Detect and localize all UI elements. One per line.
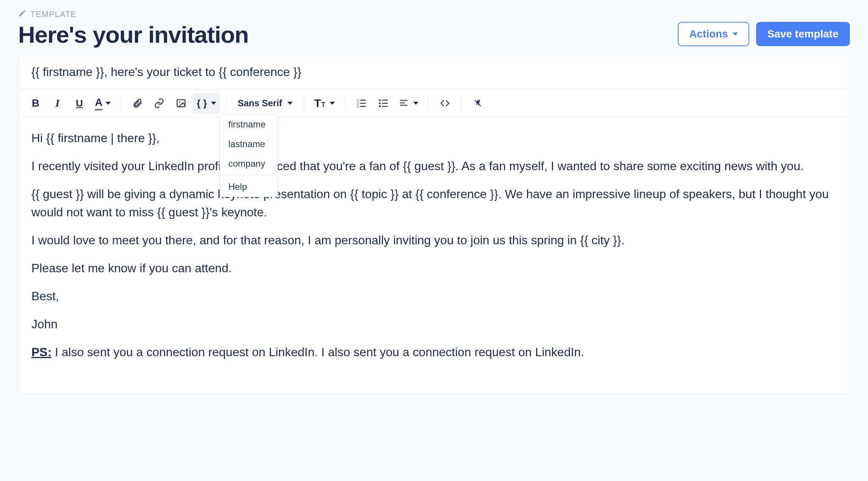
text-color-button[interactable]: A xyxy=(91,93,115,113)
font-family-select[interactable]: Sans Serif xyxy=(232,95,298,112)
dropdown-divider xyxy=(220,175,277,175)
body-greeting: Hi {{ firstname | there }}, xyxy=(31,129,837,147)
clear-format-icon xyxy=(473,98,483,109)
header-buttons: Actions Save template xyxy=(678,22,850,46)
page-title: Here's your invitation xyxy=(18,21,678,48)
chevron-down-icon xyxy=(330,102,335,105)
svg-text:3: 3 xyxy=(357,105,359,109)
save-template-label: Save template xyxy=(767,28,839,40)
image-icon xyxy=(176,98,186,109)
underline-icon: U xyxy=(76,98,83,109)
body-paragraph: Please let me know if you can attend. xyxy=(31,259,837,277)
toolbar-divider xyxy=(428,96,429,110)
align-icon xyxy=(399,98,409,108)
font-family-label: Sans Serif xyxy=(238,98,282,109)
image-button[interactable] xyxy=(171,93,191,113)
svg-rect-16 xyxy=(400,105,408,106)
align-button[interactable] xyxy=(395,95,422,111)
chevron-down-icon xyxy=(733,33,738,36)
toolbar-divider xyxy=(461,96,462,110)
braces-icon: { } xyxy=(197,98,207,109)
toolbar-divider xyxy=(226,96,226,110)
pencil-icon xyxy=(18,9,26,20)
subject-input[interactable]: {{ firstname }}, here's your ticket to {… xyxy=(19,55,849,89)
attachment-button[interactable] xyxy=(127,93,147,113)
italic-button[interactable]: I xyxy=(47,93,68,113)
text-size-icon: TT xyxy=(314,97,325,110)
placeholder-help[interactable]: Help xyxy=(220,177,277,197)
svg-rect-3 xyxy=(360,100,366,101)
svg-rect-5 xyxy=(360,103,366,104)
editor-body[interactable]: Hi {{ firstname | there }}, I recently v… xyxy=(19,118,849,394)
text-size-button[interactable]: TT xyxy=(310,94,339,113)
editor-toolbar: B I U A { } Sans Serif T xyxy=(19,89,849,118)
underline-button[interactable]: U xyxy=(69,93,90,113)
placeholder-dropdown: firstname lastname company Help xyxy=(220,114,278,197)
text-color-icon: A xyxy=(95,96,102,110)
insert-placeholder-button[interactable]: { } xyxy=(193,93,220,113)
actions-button-label: Actions xyxy=(689,28,728,40)
placeholder-option-firstname[interactable]: firstname xyxy=(220,115,277,134)
svg-rect-15 xyxy=(400,102,405,103)
body-paragraph: {{ guest }} will be giving a dynamic key… xyxy=(31,185,837,221)
paperclip-icon xyxy=(132,98,143,109)
svg-rect-14 xyxy=(400,100,408,101)
toolbar-divider xyxy=(345,96,345,110)
bold-button[interactable]: B xyxy=(25,93,46,113)
body-sender-name: John xyxy=(31,315,837,333)
svg-rect-9 xyxy=(382,100,388,101)
placeholder-option-lastname[interactable]: lastname xyxy=(220,134,277,154)
svg-point-8 xyxy=(379,99,381,101)
svg-point-12 xyxy=(379,106,381,107)
editor-card: {{ firstname }}, here's your ticket to {… xyxy=(18,55,850,394)
unordered-list-button[interactable] xyxy=(373,93,394,113)
chevron-down-icon xyxy=(413,102,418,105)
svg-point-1 xyxy=(179,101,180,103)
svg-point-10 xyxy=(379,102,381,104)
page-header: TEMPLATE Here's your invitation Actions … xyxy=(18,9,850,48)
unordered-list-icon xyxy=(378,98,389,109)
link-button[interactable] xyxy=(149,93,169,113)
ordered-list-button[interactable]: 123 xyxy=(351,93,372,113)
svg-rect-13 xyxy=(382,106,388,107)
body-paragraph: I would love to meet you there, and for … xyxy=(31,231,837,249)
chevron-down-icon xyxy=(211,102,216,105)
body-ps: PS: I also sent you a connection request… xyxy=(31,343,837,361)
bold-icon: B xyxy=(32,97,39,109)
breadcrumb: TEMPLATE xyxy=(18,9,678,20)
clear-formatting-button[interactable] xyxy=(468,93,488,113)
chevron-down-icon xyxy=(105,102,111,105)
ps-text: I also sent you a connection request on … xyxy=(51,345,584,359)
code-button[interactable] xyxy=(435,93,455,113)
subject-text: {{ firstname }}, here's your ticket to {… xyxy=(31,65,301,79)
toolbar-divider xyxy=(121,96,121,110)
toolbar-divider xyxy=(304,96,304,110)
breadcrumb-label: TEMPLATE xyxy=(30,9,77,19)
code-icon xyxy=(440,98,450,109)
actions-button[interactable]: Actions xyxy=(678,22,749,46)
svg-rect-11 xyxy=(382,103,388,104)
italic-icon: I xyxy=(56,97,60,109)
chevron-down-icon xyxy=(287,102,293,105)
body-signoff: Best, xyxy=(31,287,837,305)
ps-label: PS: xyxy=(31,345,51,359)
save-template-button[interactable]: Save template xyxy=(756,22,850,46)
body-paragraph: I recently visited your LinkedIn profile… xyxy=(31,157,837,175)
placeholder-option-company[interactable]: company xyxy=(220,154,277,174)
ordered-list-icon: 123 xyxy=(356,98,367,109)
link-icon xyxy=(154,98,164,109)
svg-rect-7 xyxy=(360,106,366,107)
